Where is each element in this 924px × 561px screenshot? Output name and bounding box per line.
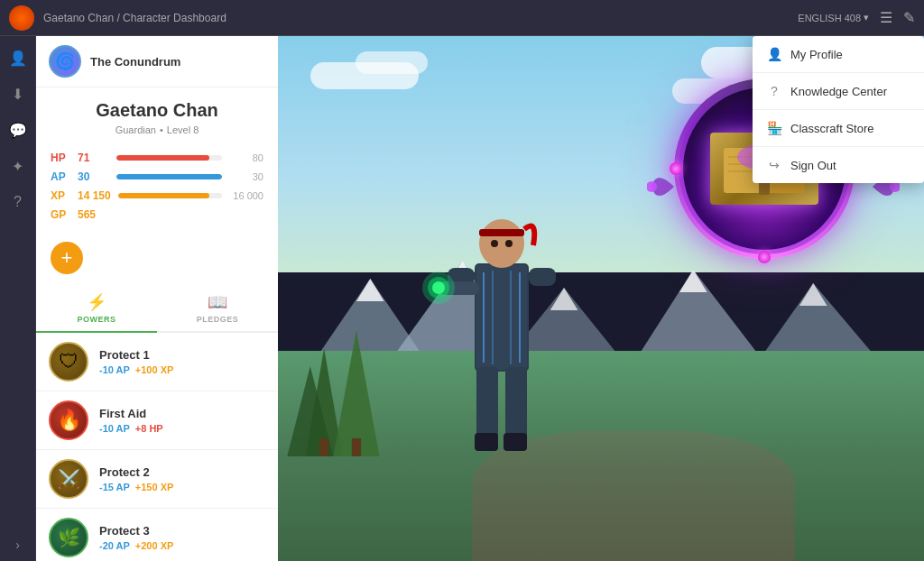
- gem-bottom: [758, 251, 771, 263]
- tabs-row: ⚡ POWERS 📖 PLEDGES: [36, 285, 278, 333]
- hp-max: 80: [229, 152, 263, 163]
- svg-rect-32: [505, 367, 527, 439]
- gem-left: [670, 162, 682, 175]
- power-cost-protect3: -20 AP +200 XP: [99, 540, 265, 551]
- svg-point-24: [505, 240, 513, 247]
- xp-bar: [118, 193, 209, 198]
- dropdown-store-label: Classcraft Store: [790, 122, 873, 135]
- power-info-protect1: Protect 1 -10 AP +100 XP: [99, 348, 265, 375]
- power-ap-cost-4: -20 AP: [99, 540, 130, 551]
- powers-tab-icon: ⚡: [87, 292, 106, 312]
- ap-row: AP 30 30: [51, 170, 263, 183]
- dropdown-knowledge-label: Knowledge Center: [790, 85, 887, 98]
- power-icon-protect2: [49, 459, 88, 499]
- profile-icon: 👤: [767, 47, 781, 61]
- power-hp-cost-2: +8 HP: [135, 423, 163, 434]
- sidebar-item-star[interactable]: ✦: [5, 153, 31, 179]
- sidebar-collapse-button[interactable]: ›: [15, 538, 20, 552]
- top-bar-right: ENGLISH 408 ▾ ☰ ✎: [798, 9, 915, 26]
- powers-list: Protect 1 -10 AP +100 XP First Aid -10 A…: [36, 333, 278, 561]
- xp-bar-container: [118, 193, 222, 198]
- sidebar-item-download[interactable]: ⬇: [5, 81, 31, 106]
- top-bar: Gaetano Chan / Character Dashboard ENGLI…: [0, 0, 924, 36]
- main-content: 🌀 The Conundrum Gaetano Chan Guardian•Le…: [36, 36, 924, 561]
- character-info: Gaetano Chan Guardian•Level 8: [36, 87, 278, 144]
- store-icon: 🏪: [767, 121, 781, 135]
- language-selector[interactable]: ENGLISH 408 ▾: [798, 12, 869, 23]
- svg-point-23: [491, 240, 498, 247]
- hp-row: HP 71 80: [51, 152, 263, 164]
- svg-point-30: [432, 281, 445, 294]
- tab-pledges[interactable]: 📖 PLEDGES: [157, 285, 278, 333]
- hp-label: HP: [51, 152, 70, 164]
- power-item-protect1[interactable]: Protect 1 -10 AP +100 XP: [36, 333, 278, 391]
- dropdown-item-store[interactable]: 🏪 Classcraft Store: [753, 110, 924, 147]
- power-xp-cost-1: +100 XP: [135, 364, 174, 375]
- svg-rect-33: [475, 433, 498, 451]
- dropdown-item-profile[interactable]: 👤 My Profile: [753, 36, 924, 73]
- hp-bar-container: [116, 155, 222, 161]
- ap-max: 30: [229, 171, 263, 182]
- ap-label: AP: [51, 170, 70, 183]
- power-icon-firstaid: [49, 400, 88, 440]
- left-sidebar: 👤 ⬇ 💬 ✦ ? ›: [0, 36, 36, 561]
- svg-marker-11: [333, 330, 379, 456]
- power-info-protect3: Protect 3 -20 AP +200 XP: [99, 524, 265, 551]
- breadcrumb: Gaetano Chan / Character Dashboard: [43, 12, 226, 24]
- power-xp-cost-4: +200 XP: [135, 540, 174, 551]
- power-name-firstaid: First Aid: [99, 407, 265, 420]
- class-avatar: 🌀: [49, 45, 81, 78]
- notifications-icon[interactable]: ☰: [880, 9, 892, 26]
- sidebar-item-chat[interactable]: 💬: [5, 117, 31, 143]
- power-name-protect2: Protect 2: [99, 465, 265, 479]
- power-xp-cost-3: +150 XP: [135, 482, 174, 492]
- stats-section: HP 71 80 AP 30 30 XP 14 150: [36, 144, 278, 235]
- power-item-firstaid[interactable]: First Aid -10 AP +8 HP: [36, 391, 278, 450]
- xp-row: XP 14 150 16 000: [51, 189, 263, 202]
- svg-rect-13: [319, 438, 328, 456]
- power-icon-protect3: [49, 518, 88, 557]
- power-icon-protect1: [49, 342, 88, 382]
- character-panel: 🌀 The Conundrum Gaetano Chan Guardian•Le…: [36, 36, 278, 561]
- sidebar-item-profile[interactable]: 👤: [5, 45, 31, 70]
- ap-bar: [116, 174, 222, 179]
- pledges-tab-icon: 📖: [208, 292, 227, 312]
- dropdown-item-knowledge[interactable]: ? Knowledge Center: [753, 73, 924, 110]
- class-header: 🌀 The Conundrum: [36, 36, 278, 87]
- warrior-svg: [420, 173, 583, 498]
- dropdown-profile-label: My Profile: [790, 48, 843, 61]
- gp-label: GP: [51, 208, 70, 221]
- power-cost-protect2: -15 AP +150 XP: [99, 482, 265, 492]
- cloud-2: [356, 51, 428, 74]
- ap-value: 30: [78, 170, 109, 183]
- power-info-firstaid: First Aid -10 AP +8 HP: [99, 407, 265, 434]
- add-btn-row: +: [36, 235, 278, 281]
- question-icon: ?: [767, 84, 781, 98]
- dropdown-item-signout[interactable]: ↪ Sign Out: [753, 147, 924, 183]
- svg-rect-31: [476, 367, 498, 439]
- power-ap-cost-1: -10 AP: [99, 364, 130, 375]
- ap-bar-container: [116, 174, 222, 179]
- sidebar-item-help[interactable]: ?: [5, 189, 31, 215]
- side-deco-left: [647, 151, 683, 223]
- character-name: Gaetano Chan: [51, 100, 263, 121]
- svg-point-21: [479, 219, 524, 268]
- xp-values: 14 150: [78, 189, 111, 202]
- gp-value: 565: [78, 208, 109, 221]
- signout-icon: ↪: [767, 158, 781, 172]
- app-logo[interactable]: [9, 5, 34, 31]
- power-item-protect3[interactable]: Protect 3 -20 AP +200 XP: [36, 509, 278, 561]
- power-info-protect2: Protect 2 -15 AP +150 XP: [99, 465, 265, 492]
- power-name-protect3: Protect 3: [99, 524, 265, 538]
- tab-powers[interactable]: ⚡ POWERS: [36, 285, 157, 333]
- account-icon[interactable]: ✎: [903, 9, 915, 26]
- power-item-protect2[interactable]: Protect 2 -15 AP +150 XP: [36, 450, 278, 509]
- power-cost-protect1: -10 AP +100 XP: [99, 364, 265, 375]
- dropdown-menu: 👤 My Profile ? Knowledge Center 🏪 Classc…: [753, 36, 924, 183]
- class-name: The Conundrum: [90, 55, 180, 69]
- game-background: 👤 My Profile ? Knowledge Center 🏪 Classc…: [278, 36, 924, 561]
- pledges-tab-label: PLEDGES: [197, 315, 239, 324]
- add-button[interactable]: +: [51, 242, 83, 274]
- svg-rect-14: [352, 438, 361, 456]
- svg-rect-34: [504, 433, 527, 451]
